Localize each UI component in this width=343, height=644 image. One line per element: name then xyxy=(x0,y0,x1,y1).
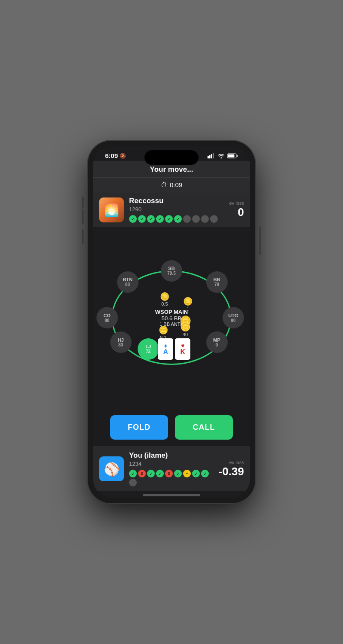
seat-btn-label: BTN xyxy=(123,277,132,282)
volume-buttons xyxy=(82,210,84,244)
bottom-player-name: You (ilame) xyxy=(129,451,214,460)
fold-button[interactable]: FOLD xyxy=(110,415,168,440)
seat-co-stack: 80 xyxy=(105,318,109,323)
bottom-player-badges: ✓ ✗ ✓ ✓ ✗ ✓ ~ ✓ ✓ xyxy=(129,470,214,486)
badge-7 xyxy=(183,215,191,223)
bottom-avatar-image: ⚾ xyxy=(99,456,124,481)
bot-badge-8: ✓ xyxy=(192,470,200,477)
status-icons xyxy=(208,153,238,158)
bot-badge-10 xyxy=(129,479,137,486)
top-player-badges: ✓ ✓ ✓ ✓ ✓ ✓ xyxy=(129,215,224,223)
chip-lj-icon: 🪙 xyxy=(159,326,168,334)
seat-utg-label: UTG xyxy=(228,313,238,318)
badge-2: ✓ xyxy=(138,215,146,223)
home-bar xyxy=(143,494,200,496)
timer-value: 0:09 xyxy=(170,181,182,188)
seat-co: CO 80 xyxy=(96,307,118,328)
top-player-rating: 1290 xyxy=(129,206,224,213)
card-1-rank: A xyxy=(163,349,168,355)
chip-mp: 🪙 🪙 40 xyxy=(180,316,191,337)
bot-badge-6: ✓ xyxy=(174,470,182,477)
badge-3: ✓ xyxy=(147,215,155,223)
phone-screen: 6:09 🔕 xyxy=(93,146,250,498)
seat-sb: SB 79.5 xyxy=(161,260,182,282)
card-2-rank: K xyxy=(181,349,186,355)
bot-badge-4: ✓ xyxy=(156,470,164,477)
top-ev-value: 0 xyxy=(229,206,244,219)
top-avatar-image xyxy=(99,197,124,222)
home-indicator-area xyxy=(93,491,250,498)
svg-rect-6 xyxy=(228,154,235,157)
card-1-suit: ♦ xyxy=(164,343,167,349)
svg-rect-5 xyxy=(237,155,238,157)
player-top-section: Reccossu 1290 ✓ ✓ ✓ ✓ ✓ ✓ ev loss 0 xyxy=(93,192,250,227)
badge-4: ✓ xyxy=(156,215,164,223)
bot-badge-1: ✓ xyxy=(129,470,137,477)
seat-hj: HJ 80 xyxy=(110,331,132,353)
seat-utg: UTG 80 xyxy=(223,307,244,328)
seat-mp-label: MP xyxy=(213,337,220,343)
badge-6: ✓ xyxy=(174,215,182,223)
bottom-player-rating: 1234 xyxy=(129,461,214,467)
seat-bb-label: BB xyxy=(214,277,220,282)
seat-co-label: CO xyxy=(103,313,111,318)
call-button[interactable]: CALL xyxy=(175,415,233,440)
seat-mp: MP 0 xyxy=(206,331,228,353)
seat-bb: BB 79 xyxy=(206,271,228,293)
badge-5: ✓ xyxy=(165,215,173,223)
card-2-suit: ♥ xyxy=(181,343,184,349)
hole-cards: ♦ A ♥ K xyxy=(158,338,190,360)
seat-hj-stack: 80 xyxy=(118,343,123,347)
seat-utg-stack: 80 xyxy=(231,318,235,323)
chip-mp-value: 40 xyxy=(183,332,188,337)
action-buttons: FOLD CALL xyxy=(93,408,250,447)
bottom-ev-label: ev loss xyxy=(219,460,244,465)
bottom-player-avatar: ⚾ xyxy=(99,456,124,481)
chip-sb-value: 0.5 xyxy=(161,301,168,307)
badge-9 xyxy=(201,215,209,223)
bot-badge-3: ✓ xyxy=(147,470,155,477)
card-1: ♦ A xyxy=(158,338,173,360)
top-ev-label: ev loss xyxy=(229,200,244,206)
signal-icon xyxy=(208,153,215,158)
bottom-ev-value: -0.39 xyxy=(219,465,244,478)
chip-sb-icon: 🪙 xyxy=(160,293,169,301)
dynamic-island xyxy=(144,150,199,165)
status-time: 6:09 🔕 xyxy=(105,152,126,159)
seat-lj: LJ 72 xyxy=(138,338,159,360)
player-bottom-section: ⚾ You (ilame) 1234 ✓ ✗ ✓ ✓ ✗ ✓ ~ ✓ ✓ xyxy=(93,447,250,491)
phone-frame: 6:09 🔕 xyxy=(88,141,255,503)
top-player-info: Reccossu 1290 ✓ ✓ ✓ ✓ ✓ ✓ xyxy=(129,197,224,223)
bot-badge-7: ~ xyxy=(183,470,191,477)
wifi-icon xyxy=(218,153,225,158)
seat-hj-label: HJ xyxy=(118,337,124,343)
mute-icon: 🔕 xyxy=(120,153,126,159)
seat-lj-label: LJ xyxy=(145,344,151,349)
mute-button xyxy=(82,197,84,209)
top-player-name: Reccossu xyxy=(129,197,224,205)
header-title: Your move... xyxy=(150,165,193,173)
timer-icon: ⏱ xyxy=(161,181,167,188)
chip-bb: 🪙 1 xyxy=(183,298,193,311)
svg-rect-3 xyxy=(213,153,214,158)
badge-8 xyxy=(192,215,200,223)
svg-rect-1 xyxy=(209,155,211,158)
svg-rect-2 xyxy=(211,154,212,158)
seat-sb-stack: 79.5 xyxy=(167,271,175,276)
top-ev-section: ev loss 0 xyxy=(229,200,244,219)
bot-badge-5: ✗ xyxy=(165,470,173,477)
chip-bb-value: 1 xyxy=(187,306,189,311)
game-table: WSOP MAIN 50.6 BB 1 BB ANTE SB 79.5 BB 7… xyxy=(93,227,250,408)
svg-rect-0 xyxy=(208,156,209,158)
battery-icon xyxy=(227,153,238,158)
time-display: 6:09 xyxy=(105,152,118,159)
seat-btn: BTN 80 xyxy=(117,271,138,293)
timer-bar: ⏱ 0:09 xyxy=(93,178,250,192)
top-player-avatar xyxy=(99,197,124,222)
power-button xyxy=(259,227,261,255)
card-2: ♥ K xyxy=(175,338,190,360)
seat-lj-stack: 72 xyxy=(146,349,150,354)
seat-mp-stack: 0 xyxy=(216,343,218,347)
bottom-player-info: You (ilame) 1234 ✓ ✗ ✓ ✓ ✗ ✓ ~ ✓ ✓ xyxy=(129,451,214,486)
chip-sb: 🪙 0.5 xyxy=(160,293,169,307)
